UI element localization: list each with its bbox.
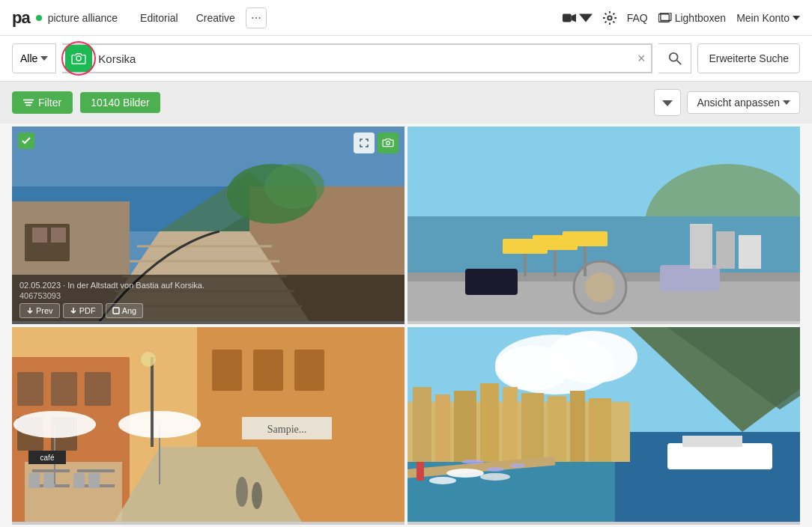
image-1-top-right [354, 132, 399, 153]
nav-more-button[interactable]: ⋯ [246, 7, 267, 28]
lightbox-button[interactable]: Lightboxen [658, 12, 727, 24]
svg-rect-69 [77, 469, 115, 472]
chevron-down-icon [579, 11, 593, 25]
svg-rect-105 [416, 462, 424, 481]
filter-button[interactable]: Filter [12, 91, 73, 114]
table-row[interactable] [407, 127, 800, 324]
svg-rect-56 [51, 372, 77, 406]
clear-search-button[interactable]: × [631, 52, 652, 65]
header-right: FAQ Lightboxen Mein Konto [563, 11, 800, 25]
svg-point-9 [670, 53, 678, 61]
view-options-label: Ansicht anpassen [697, 97, 780, 109]
image-2-svg [407, 127, 800, 321]
main-header: pa picture alliance Editorial Creative ⋯… [0, 0, 812, 36]
svg-rect-97 [454, 391, 476, 462]
filter-bar: Filter 10140 Bilder Ansicht anpassen [0, 82, 812, 124]
svg-rect-51 [716, 231, 735, 269]
image-1-actions: Prev PDF Ang [19, 303, 397, 318]
view-options-chevron-icon [783, 99, 790, 106]
svg-text:café: café [40, 454, 55, 462]
image-3-svg: Sampie... café [12, 327, 405, 522]
nav-more-icon: ⋯ [251, 12, 261, 24]
svg-point-79 [118, 411, 201, 438]
filter-bar-right: Ansicht anpassen [654, 89, 800, 116]
svg-marker-7 [40, 56, 48, 61]
ang-button[interactable]: Ang [106, 303, 144, 318]
svg-rect-101 [548, 396, 566, 462]
table-row[interactable]: Sampie... café [12, 327, 405, 525]
clear-icon: × [637, 51, 646, 66]
view-options-button[interactable]: Ansicht anpassen [687, 91, 800, 114]
filter-icon [23, 98, 34, 107]
search-icon [668, 52, 682, 65]
image-1-date: 02.05.2023 · In der Altstadt von Bastia … [19, 281, 397, 290]
svg-point-85 [252, 482, 262, 509]
expand-icon-button[interactable] [354, 132, 375, 153]
svg-point-41 [585, 272, 615, 302]
account-button[interactable]: Mein Konto [736, 12, 800, 24]
main-nav: Editorial Creative ⋯ [133, 7, 563, 28]
camera-search-button[interactable] [65, 45, 92, 72]
svg-rect-98 [480, 383, 499, 462]
faq-link[interactable]: FAQ [627, 12, 648, 24]
advanced-search-button[interactable]: Erweiterte Suche [697, 43, 800, 73]
svg-rect-29 [32, 228, 47, 243]
video-button[interactable] [563, 11, 593, 25]
sort-button[interactable] [654, 89, 681, 116]
svg-rect-62 [253, 350, 283, 391]
account-label: Mein Konto [736, 12, 790, 24]
svg-rect-110 [682, 436, 742, 447]
image-count-badge: 10140 Bilder [80, 92, 160, 113]
svg-rect-47 [563, 231, 608, 246]
search-submit-button[interactable] [658, 43, 691, 73]
svg-point-106 [446, 469, 484, 478]
search-input[interactable] [92, 45, 631, 72]
settings-button[interactable] [603, 11, 616, 25]
camera-add-icon-button[interactable] [378, 132, 399, 153]
svg-rect-48 [465, 269, 518, 295]
category-dropdown[interactable]: Alle [12, 43, 56, 73]
svg-rect-109 [667, 443, 772, 469]
svg-point-77 [13, 411, 96, 438]
svg-rect-50 [690, 224, 712, 269]
lightbox-label: Lightboxen [675, 12, 727, 24]
svg-rect-103 [589, 398, 611, 462]
svg-point-83 [141, 352, 156, 367]
svg-rect-72 [28, 473, 40, 488]
logo-text: picture alliance [48, 12, 118, 24]
svg-point-84 [236, 477, 248, 507]
pdf-button[interactable]: PDF [63, 303, 103, 318]
prev-button[interactable]: Prev [19, 303, 60, 318]
camera-icon [71, 52, 86, 64]
svg-point-107 [480, 473, 510, 481]
logo: pa picture alliance [12, 8, 118, 28]
image-1-id: 406753093 [19, 291, 397, 300]
checkmark-icon [22, 137, 31, 144]
nav-creative[interactable]: Creative [189, 7, 243, 28]
svg-point-108 [429, 477, 456, 484]
image-1-top-overlay [18, 132, 34, 149]
gear-icon [603, 11, 616, 25]
svg-text:Sampie...: Sampie... [267, 424, 307, 435]
svg-point-111 [486, 467, 504, 472]
select-checkbox[interactable] [18, 132, 34, 149]
svg-rect-30 [51, 228, 66, 243]
download-ang-icon [112, 307, 120, 314]
filter-label: Filter [38, 97, 61, 109]
logo-dot [36, 15, 42, 21]
svg-marker-1 [571, 13, 575, 22]
nav-editorial[interactable]: Editorial [133, 7, 186, 28]
svg-rect-49 [660, 265, 720, 291]
dropdown-chevron-icon [40, 55, 48, 62]
sort-icon [662, 97, 673, 108]
svg-rect-57 [85, 372, 111, 406]
table-row[interactable] [407, 327, 800, 525]
svg-rect-52 [739, 235, 761, 269]
svg-rect-99 [503, 387, 518, 462]
svg-point-113 [461, 460, 484, 464]
table-row[interactable]: 02.05.2023 · In der Altstadt von Bastia … [12, 127, 405, 324]
svg-rect-63 [294, 350, 324, 391]
search-bar: Alle × Erweiterte Suche [0, 36, 812, 82]
svg-point-112 [510, 463, 525, 468]
download-pdf-icon [70, 307, 77, 314]
